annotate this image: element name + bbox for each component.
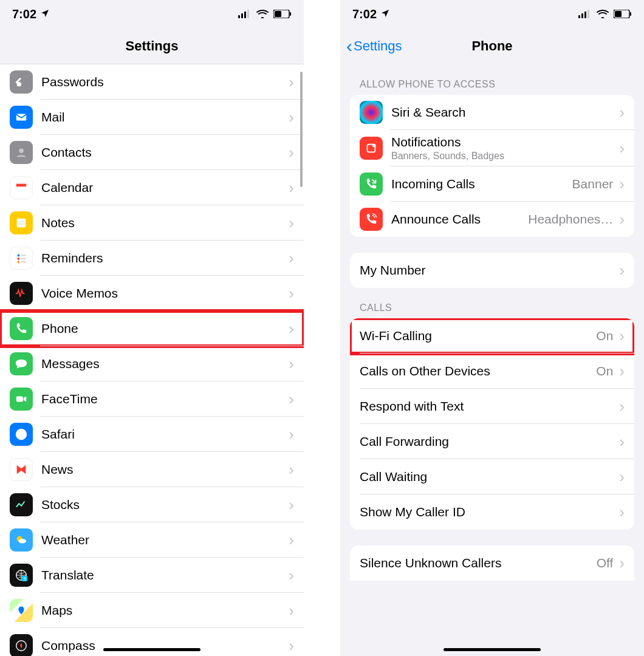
wifi-icon — [597, 7, 609, 21]
settings-row-compass[interactable]: Compass› — [0, 628, 304, 656]
svg-rect-32 — [584, 12, 586, 18]
chevron-right-icon: › — [289, 637, 294, 655]
home-indicator[interactable] — [444, 648, 541, 651]
chevron-right-icon: › — [289, 531, 294, 550]
settings-row-calendar[interactable]: Calendar› — [0, 170, 304, 205]
svg-rect-1 — [241, 13, 243, 18]
settings-list[interactable]: Passwords›Mail›Contacts›Calendar›Notes›R… — [0, 64, 304, 656]
row-label: Compass — [41, 638, 95, 653]
settings-row-contacts[interactable]: Contacts› — [0, 135, 304, 170]
access-row-siri-search[interactable]: Siri & Search› — [350, 95, 634, 130]
nav-title: Settings — [126, 38, 179, 54]
settings-row-voice-memos[interactable]: Voice Memos› — [0, 276, 304, 311]
row-label: Call Waiting — [360, 470, 427, 484]
chevron-right-icon: › — [619, 362, 625, 381]
svg-rect-31 — [581, 13, 583, 18]
settings-row-weather[interactable]: Weather› — [0, 522, 304, 558]
notifications-icon — [360, 137, 383, 160]
chevron-right-icon: › — [619, 175, 625, 194]
row-label: FaceTime — [41, 392, 98, 406]
maps-icon — [10, 599, 33, 622]
chevron-right-icon: › — [289, 73, 294, 92]
row-label: Respond with Text — [360, 399, 464, 414]
settings-row-maps[interactable]: Maps› — [0, 593, 304, 628]
calls-row-wifi-calling[interactable]: Wi-Fi CallingOn› — [350, 318, 634, 354]
row-label: Contacts — [41, 145, 92, 160]
svg-point-16 — [18, 255, 20, 257]
settings-row-facetime[interactable]: FaceTime› — [0, 381, 304, 417]
calls-row-respond-with-text[interactable]: Respond with Text› — [350, 389, 634, 424]
translate-icon: 文 — [10, 564, 33, 587]
settings-row-stocks[interactable]: Stocks› — [0, 487, 304, 522]
settings-row-translate[interactable]: 文Translate› — [0, 558, 304, 593]
siri-search-icon — [360, 101, 383, 124]
access-row-incoming-calls[interactable]: Incoming CallsBanner› — [350, 166, 634, 202]
settings-row-messages[interactable]: Messages› — [0, 346, 304, 381]
cell-signal-icon — [578, 7, 592, 21]
settings-row-mail[interactable]: Mail› — [0, 100, 304, 135]
nav-bar: ‹ Settings Phone — [340, 28, 644, 64]
chevron-right-icon: › — [289, 355, 294, 374]
incoming-calls-icon — [360, 173, 383, 196]
row-label: Notes — [41, 216, 75, 230]
chevron-right-icon: › — [289, 319, 294, 338]
svg-rect-35 — [615, 11, 622, 17]
silence-unknown-row[interactable]: Silence Unknown Callers Off › — [350, 545, 634, 581]
svg-rect-30 — [578, 15, 580, 18]
settings-row-safari[interactable]: Safari› — [0, 417, 304, 452]
row-label: Calls on Other Devices — [360, 364, 490, 378]
calls-row-show-caller-id[interactable]: Show My Caller ID› — [350, 494, 634, 530]
chevron-left-icon: ‹ — [346, 37, 352, 55]
chevron-right-icon: › — [289, 390, 294, 409]
chevron-right-icon: › — [289, 249, 294, 268]
home-indicator[interactable] — [103, 648, 200, 651]
notes-icon — [10, 211, 33, 234]
svg-rect-3 — [247, 10, 249, 18]
row-label: Weather — [41, 533, 89, 547]
my-number-label: My Number — [360, 263, 426, 278]
news-icon — [10, 458, 33, 481]
row-label: Announce Calls — [391, 212, 481, 227]
svg-rect-33 — [587, 10, 589, 18]
settings-row-reminders[interactable]: Reminders› — [0, 241, 304, 276]
section-header-access: ALLOW PHONE TO ACCESS — [340, 64, 644, 95]
svg-rect-0 — [238, 15, 240, 18]
row-label: Messages — [41, 357, 100, 371]
chevron-right-icon: › — [619, 327, 625, 346]
settings-row-phone[interactable]: Phone› — [0, 311, 304, 346]
chevron-right-icon: › — [289, 566, 294, 585]
mail-icon — [10, 106, 33, 129]
safari-icon — [10, 423, 33, 446]
svg-point-10 — [19, 149, 23, 153]
battery-icon — [273, 7, 292, 21]
row-label: Mail — [41, 110, 65, 125]
settings-screen: 7:02 Settings Passwords›Mail›Contacts›Ca… — [0, 0, 304, 656]
access-row-notifications[interactable]: NotificationsBanners, Sounds, Badges› — [350, 130, 634, 166]
row-value: On — [596, 364, 613, 378]
settings-row-news[interactable]: News› — [0, 452, 304, 487]
chevron-right-icon: › — [619, 210, 625, 229]
compass-icon — [10, 634, 33, 656]
calls-row-call-forwarding[interactable]: Call Forwarding› — [350, 424, 634, 459]
calls-row-calls-other-devices[interactable]: Calls on Other DevicesOn› — [350, 354, 634, 389]
my-number-group: My Number › — [350, 253, 634, 288]
settings-row-passwords[interactable]: Passwords› — [0, 64, 304, 100]
access-row-announce-calls[interactable]: Announce CallsHeadphones…› — [350, 202, 634, 237]
svg-point-25 — [18, 539, 26, 543]
announce-calls-icon — [360, 208, 383, 231]
svg-rect-6 — [290, 12, 291, 16]
chevron-right-icon: › — [289, 108, 294, 127]
phone-settings-screen: 7:02 ‹ Settings Phone ALLOW PHONE TO ACC… — [340, 0, 644, 656]
cell-signal-icon — [238, 7, 252, 21]
row-value: Headphones… — [528, 212, 613, 227]
silence-unknown-label: Silence Unknown Callers — [360, 556, 501, 570]
chevron-right-icon: › — [619, 432, 625, 451]
settings-row-notes[interactable]: Notes› — [0, 205, 304, 241]
svg-rect-5 — [275, 11, 281, 17]
scroll-indicator[interactable] — [300, 72, 303, 187]
my-number-row[interactable]: My Number › — [350, 253, 634, 288]
back-button[interactable]: ‹ Settings — [346, 37, 402, 55]
chevron-right-icon: › — [289, 601, 294, 620]
row-label: Maps — [41, 603, 72, 618]
calls-row-call-waiting[interactable]: Call Waiting› — [350, 459, 634, 494]
